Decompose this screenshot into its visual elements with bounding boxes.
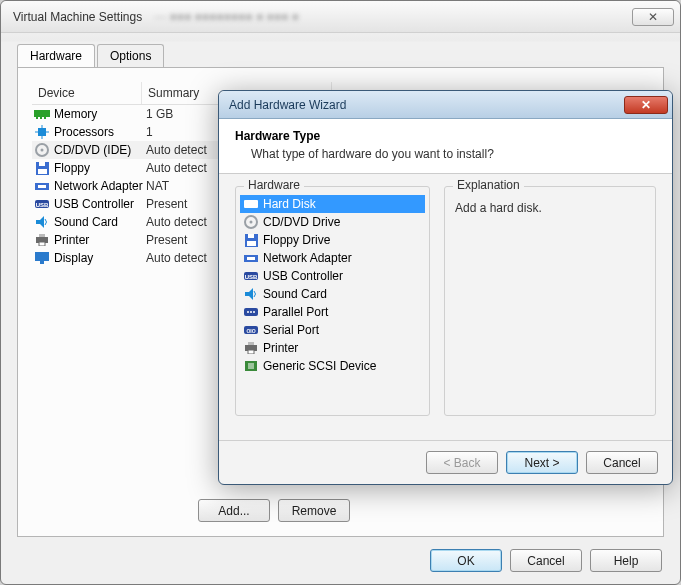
main-title-extra: — ■■■ ■■■■■■■■ ■ ■■■ ■ <box>154 10 299 24</box>
display-icon <box>34 250 50 266</box>
svg-rect-1 <box>36 117 38 119</box>
device-summary: Auto detect <box>142 161 207 175</box>
wizard-titlebar[interactable]: Add Hardware Wizard ✕ <box>219 91 672 119</box>
svg-point-39 <box>253 311 255 313</box>
device-summary: 1 <box>142 125 153 139</box>
wizard-header: Hardware Type What type of hardware do y… <box>219 119 672 174</box>
svg-rect-15 <box>38 185 46 188</box>
hardware-item[interactable]: Hard Disk <box>240 195 425 213</box>
hardware-item-label: Parallel Port <box>263 305 328 319</box>
device-name: Processors <box>54 125 142 139</box>
device-summary: Auto detect <box>142 251 207 265</box>
hardware-item-label: USB Controller <box>263 269 343 283</box>
wizard-buttons: < Back Next > Cancel <box>219 440 672 484</box>
svg-point-38 <box>250 311 252 313</box>
hardware-item-label: CD/DVD Drive <box>263 215 340 229</box>
nic-icon <box>34 178 50 194</box>
tab-hardware[interactable]: Hardware <box>17 44 95 68</box>
hardware-item[interactable]: CD/DVD Drive <box>240 213 425 231</box>
hardware-item-label: Sound Card <box>263 287 327 301</box>
usb-icon: USB <box>243 268 259 284</box>
hardware-item[interactable]: Floppy Drive <box>240 231 425 249</box>
device-summary: 1 GB <box>142 107 173 121</box>
memory-icon <box>34 106 50 122</box>
explanation-text: Add a hard disk. <box>449 195 651 221</box>
svg-rect-0 <box>34 110 50 117</box>
cpu-icon <box>34 124 50 140</box>
svg-rect-22 <box>35 252 49 261</box>
wizard-close-button[interactable]: ✕ <box>624 96 668 114</box>
next-button[interactable]: Next > <box>506 451 578 474</box>
wizard-body: Hardware Hard DiskCD/DVD DriveFloppy Dri… <box>219 174 672 440</box>
hardware-item-label: Generic SCSI Device <box>263 359 376 373</box>
svg-rect-20 <box>39 234 45 237</box>
hardware-item-label: Printer <box>263 341 298 355</box>
hardware-item-label: Serial Port <box>263 323 319 337</box>
sound-icon <box>243 286 259 302</box>
hardware-item-label: Floppy Drive <box>263 233 330 247</box>
floppy-icon <box>34 160 50 176</box>
svg-rect-44 <box>248 350 254 354</box>
wizard-title: Add Hardware Wizard <box>229 98 346 112</box>
wizard-subheading: What type of hardware do you want to ins… <box>235 147 656 161</box>
svg-rect-4 <box>38 128 46 136</box>
add-hardware-wizard: Add Hardware Wizard ✕ Hardware Type What… <box>218 90 673 485</box>
svg-text:USB: USB <box>36 202 49 208</box>
col-device[interactable]: Device <box>32 82 142 104</box>
device-name: USB Controller <box>54 197 142 211</box>
svg-point-27 <box>250 221 253 224</box>
svg-rect-13 <box>38 169 47 174</box>
hardware-item[interactable]: Network Adapter <box>240 249 425 267</box>
hardware-item[interactable]: Parallel Port <box>240 303 425 321</box>
main-titlebar[interactable]: Virtual Machine Settings — ■■■ ■■■■■■■■ … <box>1 1 680 33</box>
add-remove-buttons: Add... Remove <box>198 499 350 522</box>
hardware-item[interactable]: USBUSB Controller <box>240 267 425 285</box>
device-name: Network Adapter <box>54 179 142 193</box>
device-name: Floppy <box>54 161 142 175</box>
parallel-icon <box>243 304 259 320</box>
remove-button[interactable]: Remove <box>278 499 350 522</box>
hardware-item[interactable]: OIOSerial Port <box>240 321 425 339</box>
device-summary: Auto detect <box>142 215 207 229</box>
svg-rect-30 <box>247 241 256 246</box>
hdd-icon <box>243 196 259 212</box>
main-title: Virtual Machine Settings <box>13 10 142 24</box>
svg-rect-21 <box>39 242 45 246</box>
svg-point-10 <box>41 149 44 152</box>
svg-rect-32 <box>247 257 255 260</box>
hardware-legend: Hardware <box>244 178 304 192</box>
hardware-item[interactable]: Printer <box>240 339 425 357</box>
add-button[interactable]: Add... <box>198 499 270 522</box>
hardware-group: Hardware Hard DiskCD/DVD DriveFloppy Dri… <box>235 186 430 416</box>
disc-icon <box>243 214 259 230</box>
svg-rect-23 <box>40 261 44 264</box>
scsi-icon <box>243 358 259 374</box>
dialog-buttons: OK Cancel Help <box>430 549 662 572</box>
wizard-cancel-button[interactable]: Cancel <box>586 451 658 474</box>
device-summary: Present <box>142 233 187 247</box>
device-name: Memory <box>54 107 142 121</box>
cancel-button[interactable]: Cancel <box>510 549 582 572</box>
help-button[interactable]: Help <box>590 549 662 572</box>
sound-icon <box>34 214 50 230</box>
svg-point-37 <box>247 311 249 313</box>
svg-point-25 <box>254 203 256 205</box>
svg-rect-43 <box>248 342 254 345</box>
floppy-icon <box>243 232 259 248</box>
hardware-item[interactable]: Generic SCSI Device <box>240 357 425 375</box>
svg-marker-35 <box>245 288 253 300</box>
hardware-list[interactable]: Hard DiskCD/DVD DriveFloppy DriveNetwork… <box>240 195 425 375</box>
device-summary: Auto detect <box>142 143 207 157</box>
svg-text:OIO: OIO <box>246 328 255 334</box>
svg-rect-29 <box>248 234 254 238</box>
wizard-heading: Hardware Type <box>235 129 656 143</box>
usb-icon: USB <box>34 196 50 212</box>
main-close-button[interactable]: ✕ <box>632 8 674 26</box>
tab-options[interactable]: Options <box>97 44 164 68</box>
nic-icon <box>243 250 259 266</box>
hardware-item[interactable]: Sound Card <box>240 285 425 303</box>
device-summary: NAT <box>142 179 169 193</box>
explanation-group: Explanation Add a hard disk. <box>444 186 656 416</box>
device-name: Sound Card <box>54 215 142 229</box>
ok-button[interactable]: OK <box>430 549 502 572</box>
